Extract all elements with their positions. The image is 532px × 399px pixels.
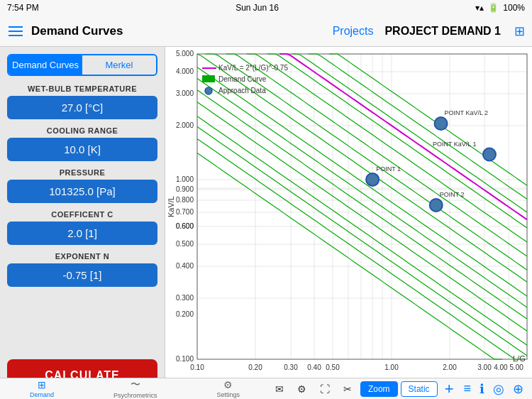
scissors-icon-button[interactable]: ✂ [338,381,358,398]
nav-center: Projects PROJECT DEMAND 1 [333,25,501,38]
bottom-toolbar: ⊞ Demand 〜 Psychrometrics ⚙ Settings ✉ ⚙… [0,378,532,399]
svg-text:0.100: 0.100 [176,355,194,363]
exponent-n-label: EXPONENT N [55,252,110,261]
data-point-1[interactable] [366,173,379,186]
gear-icon-button[interactable]: ⚙ [292,381,312,398]
svg-text:4.00 5.00: 4.00 5.00 [494,364,523,371]
bottom-tabs: ⊞ Demand 〜 Psychrometrics ⚙ Settings [0,378,270,399]
wet-bulb-input[interactable] [7,96,157,119]
nav-right: ⊞ [501,23,532,39]
menu-button[interactable] [0,26,31,36]
tab-demand[interactable]: ⊞ Demand [23,379,61,398]
data-point-kavl2[interactable] [435,117,448,130]
pressure-label: PRESSURE [60,168,106,177]
x-axis-title: L/G [513,354,526,363]
demand-icon: ⊞ [38,379,46,390]
psychrometrics-icon: 〜 [131,378,140,391]
status-date: Sun Jun 16 [235,3,279,13]
hamburger-line [9,35,23,36]
info-icon-button[interactable]: ℹ [477,381,487,397]
chart-toolbar-right: ✉ ⚙ ⛶ ✂ Zoom Static + ≡ ℹ ◎ ⊕ [270,380,532,398]
app-title: Demand Curves [31,24,333,38]
svg-text:0.50: 0.50 [326,364,340,371]
pressure-group: PRESSURE [7,168,157,203]
svg-text:0.40: 0.40 [307,364,321,371]
layers-icon-button[interactable]: ≡ [460,381,474,396]
chart-svg: 5.000 4.000 3.000 2.000 1.000 0.900 0.80… [165,47,532,378]
battery-icon: 🔋 [488,3,499,13]
svg-text:0.600: 0.600 [176,222,194,230]
wet-bulb-label: WET-BULB TEMPERATURE [28,84,137,93]
y-label-3: 3.000 [176,89,194,97]
kavl2-label: POINT KaV/L 2 [445,109,489,116]
exponent-n-input[interactable] [7,263,157,287]
svg-rect-46 [202,75,215,82]
hamburger-line [9,31,23,32]
svg-text:0.400: 0.400 [176,262,194,270]
svg-text:0.300: 0.300 [176,294,194,302]
location-icon-button[interactable]: ◎ [490,381,507,397]
tab-psychrometrics[interactable]: 〜 Psychrometrics [106,378,165,399]
chart-area: 5.000 4.000 3.000 2.000 1.000 0.900 0.80… [165,47,532,378]
left-panel: Demand Curves Merkel WET-BULB TEMPERATUR… [0,47,165,399]
wifi-icon: ▾▴ [475,3,484,13]
pressure-input[interactable] [7,180,157,203]
status-bar: 7:54 PM Sun Jun 16 ▾▴ 🔋 100% [0,0,532,16]
tab-demand-curves[interactable]: Demand Curves [9,55,82,75]
demand-tab-label: Demand [30,391,54,398]
battery-pct: 100% [503,3,525,13]
exponent-n-group: EXPONENT N [7,252,157,287]
zoom-button[interactable]: Zoom [360,381,398,397]
cooling-range-input[interactable] [7,138,157,161]
static-button[interactable]: Static [401,381,438,397]
y-label-0.7: 0.700 [176,208,194,216]
expand-icon-button[interactable]: ⛶ [315,381,335,398]
settings-icon: ⚙ [223,379,233,390]
cooling-range-label: COOLING RANGE [47,126,118,135]
mail-icon-button[interactable]: ✉ [270,381,289,398]
svg-point-47 [205,87,212,94]
svg-text:0.30: 0.30 [284,364,298,371]
add-button[interactable]: + [440,380,458,398]
coeff-c-label: COEFFICENT C [51,210,113,219]
point2-label: POINT 2 [440,191,465,198]
project-name: PROJECT DEMAND 1 [384,25,501,38]
svg-text:0.20: 0.20 [248,364,262,371]
status-time: 7:54 PM [7,3,39,13]
data-point-2[interactable] [430,199,443,212]
y-label-2: 2.000 [176,121,194,129]
data-point-kavl1[interactable] [483,148,496,161]
hamburger-line [9,26,23,28]
svg-text:2.00: 2.00 [443,364,457,371]
coeff-c-group: COEFFICENT C [7,210,157,245]
y-label-4: 4.000 [176,67,194,75]
pin-icon-button[interactable]: ⊕ [510,381,526,397]
projects-link[interactable]: Projects [333,25,374,38]
wet-bulb-group: WET-BULB TEMPERATURE [7,84,157,119]
y-label-0.8: 0.800 [176,196,194,204]
kavl1-label: POINT KaV/L 1 [433,141,477,148]
legend-kavl-label: KaV/L = 2*(L/G)^-0.75 [218,64,288,72]
psychrometrics-tab-label: Psychrometrics [113,392,157,399]
tab-row: Demand Curves Merkel [7,54,157,76]
y-label-5: 5.000 [176,50,194,58]
legend-approach-label: Approach Data [218,87,266,94]
point1-label: POINT 1 [376,165,401,173]
coeff-c-input[interactable] [7,222,157,245]
svg-text:0.500: 0.500 [176,240,194,248]
y-label-1: 1.000 [176,175,194,183]
legend-demand-label: Demand Curve [218,75,267,83]
y-label-0.9: 0.900 [176,185,194,193]
y-axis-title: KaV/L [167,196,175,217]
tab-settings[interactable]: ⚙ Settings [209,379,247,398]
cooling-range-group: COOLING RANGE [7,126,157,161]
settings-tab-label: Settings [216,391,240,398]
svg-text:0.10: 0.10 [190,364,204,371]
nav-bar: Demand Curves Projects PROJECT DEMAND 1 … [0,16,532,47]
svg-text:3.00: 3.00 [477,364,492,371]
svg-text:0.200: 0.200 [176,310,194,318]
expand-icon[interactable]: ⊞ [514,23,525,39]
tab-merkel[interactable]: Merkel [82,55,156,75]
svg-text:1.00: 1.00 [384,364,399,371]
